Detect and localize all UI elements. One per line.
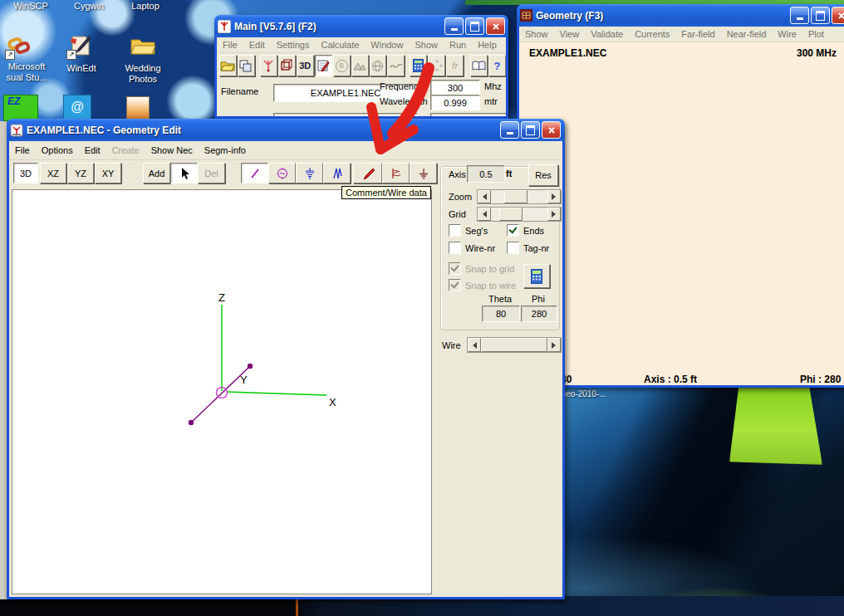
- wire-right-arrow[interactable]: [547, 338, 561, 352]
- close-button[interactable]: [832, 7, 844, 24]
- view-yz-button[interactable]: YZ: [67, 163, 94, 183]
- wire-left-arrow[interactable]: [468, 338, 481, 352]
- windows-copy-button[interactable]: [238, 55, 255, 76]
- menu-options[interactable]: Options: [36, 144, 79, 157]
- menu-validate[interactable]: Validate: [585, 27, 629, 41]
- menu-file[interactable]: File: [9, 144, 36, 157]
- menu-show[interactable]: Show: [409, 38, 444, 51]
- tagnr-checkbox[interactable]: [507, 242, 519, 254]
- menu-near-field[interactable]: Near-field: [721, 27, 773, 41]
- menu-edit[interactable]: Edit: [243, 38, 271, 51]
- pattern-3d-button[interactable]: [370, 55, 387, 76]
- maximize-button[interactable]: [465, 17, 484, 35]
- desktop-label-wedding-photos[interactable]: Wedding Photos: [116, 63, 169, 85]
- geometry-edit-titlebar[interactable]: EXAMPLE1.NEC - Geometry Edit: [7, 119, 565, 141]
- menu-wire[interactable]: Wire: [772, 27, 802, 41]
- desktop-icon-winscp[interactable]: WinSCP: [2, 1, 60, 12]
- zoom-track[interactable]: [491, 190, 504, 203]
- desktop-icon-laptop[interactable]: Laptop: [116, 1, 174, 12]
- menu-far-field[interactable]: Far-field: [675, 27, 720, 41]
- wirenr-checkbox-row[interactable]: Wire-nr: [449, 242, 495, 254]
- orange-document-icon[interactable]: [126, 96, 150, 121]
- zoom-thumb[interactable]: [504, 190, 528, 203]
- grid-left-arrow[interactable]: [478, 208, 491, 221]
- phi-field[interactable]: 280: [521, 306, 557, 322]
- menu-calculate[interactable]: Calculate: [315, 38, 365, 51]
- eznec-icon[interactable]: EZ: [3, 95, 38, 121]
- desktop-file-thumb-label[interactable]: ieo-2010-...: [564, 389, 655, 399]
- menu-show[interactable]: Show: [519, 27, 554, 41]
- maximize-button[interactable]: [521, 121, 540, 139]
- view-3d-button[interactable]: 3D: [13, 163, 38, 183]
- menu-segm-info[interactable]: Segm-info: [199, 144, 252, 157]
- minimize-button[interactable]: [500, 121, 519, 139]
- grid-right-arrow[interactable]: [547, 208, 561, 221]
- coil-tool-button[interactable]: [323, 163, 351, 183]
- source-tool-button[interactable]: [268, 163, 296, 183]
- segs-checkbox[interactable]: [449, 224, 461, 237]
- tagnr-checkbox-row[interactable]: Tag-nr: [507, 242, 549, 254]
- load-tool-button[interactable]: [296, 163, 323, 183]
- desktop-icon-cygwin[interactable]: Cygwin: [60, 1, 118, 12]
- desktop-label-winedt[interactable]: WinEdt: [60, 63, 103, 74]
- scale-button[interactable]: [428, 55, 445, 76]
- antenna-button[interactable]: [260, 55, 277, 76]
- grid-track[interactable]: [491, 208, 499, 221]
- open-file-button[interactable]: [219, 55, 237, 76]
- frequency-field[interactable]: 300: [430, 80, 480, 95]
- minimize-button[interactable]: [444, 17, 464, 35]
- nec-editor-button[interactable]: [315, 55, 332, 76]
- manual-button[interactable]: [470, 55, 488, 76]
- ends-checkbox[interactable]: [507, 224, 519, 237]
- geometry-plot-area[interactable]: EXAMPLE1.NEC 300 MHz 80 Axis : 0.5 ft Ph…: [519, 42, 844, 385]
- zoom-right-arrow[interactable]: [547, 190, 561, 203]
- wire-tool-button[interactable]: [241, 163, 268, 183]
- segs-checkbox-row[interactable]: Seg's: [449, 224, 488, 237]
- res-button[interactable]: Res: [528, 164, 558, 186]
- main-window-titlebar[interactable]: Main [V5.7.6] (F2): [214, 15, 508, 37]
- winedt-icon[interactable]: ↗: [68, 33, 93, 58]
- geometry-window-titlebar[interactable]: Geometry (F3): [517, 4, 844, 27]
- calculator-button[interactable]: [410, 55, 427, 76]
- ends-checkbox-row[interactable]: Ends: [507, 224, 544, 237]
- grid-thumb[interactable]: [499, 208, 523, 221]
- menu-currents[interactable]: Currents: [629, 27, 675, 41]
- calculator-button[interactable]: [523, 264, 550, 288]
- menu-show-nec[interactable]: Show Nec: [145, 144, 199, 157]
- view-xz-button[interactable]: XZ: [40, 163, 66, 183]
- wirenr-checkbox[interactable]: [449, 242, 461, 254]
- zoom-scrollbar[interactable]: [477, 189, 562, 204]
- menu-plot[interactable]: Plot: [802, 27, 830, 41]
- grid-scrollbar[interactable]: [477, 207, 562, 222]
- frequency-sweep-button[interactable]: fr: [446, 55, 464, 76]
- minimize-button[interactable]: [790, 7, 809, 24]
- close-button[interactable]: [486, 17, 505, 35]
- wire-scrollbar[interactable]: [467, 337, 562, 353]
- far-field-button[interactable]: [351, 55, 369, 76]
- menu-file[interactable]: File: [217, 38, 243, 51]
- wavelength-field[interactable]: 0.999: [430, 95, 480, 110]
- menu-window[interactable]: Window: [365, 38, 409, 51]
- at-program-icon[interactable]: @: [63, 95, 91, 121]
- wire-thumb[interactable]: [481, 338, 547, 352]
- ground-tool-button[interactable]: [410, 163, 437, 183]
- maximize-button[interactable]: [811, 7, 830, 24]
- geometry-canvas[interactable]: Z X Y: [12, 189, 432, 594]
- comment-wire-data-button[interactable]: [353, 163, 382, 183]
- near-field-button[interactable]: [387, 55, 405, 76]
- wedding-photos-icon[interactable]: [130, 35, 156, 56]
- axis-field[interactable]: 0.5: [467, 165, 505, 183]
- geometry-button[interactable]: [278, 55, 296, 76]
- menu-help[interactable]: Help: [472, 38, 503, 51]
- close-button[interactable]: [542, 121, 561, 139]
- add-button[interactable]: Add: [143, 163, 170, 183]
- menu-edit[interactable]: Edit: [79, 144, 106, 157]
- select-cursor-button[interactable]: [170, 163, 198, 183]
- zoom-left-arrow[interactable]: [478, 190, 491, 203]
- visual-studio-icon[interactable]: ↗: [7, 35, 32, 58]
- menu-run[interactable]: Run: [444, 38, 472, 51]
- desktop-label-visual-studio[interactable]: Microsoft sual Stu...: [0, 61, 53, 83]
- help-button[interactable]: ?: [488, 55, 506, 76]
- zoom-track[interactable]: [528, 190, 547, 203]
- theta-field[interactable]: 80: [482, 306, 520, 322]
